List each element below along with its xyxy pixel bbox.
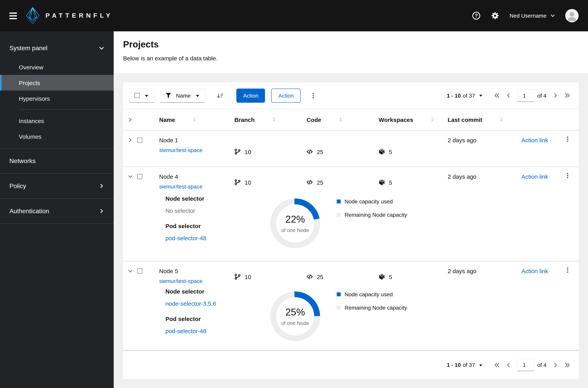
- current-page-input[interactable]: [517, 89, 534, 102]
- table-header-row: Name Branch Code Workspaces Last commit: [123, 109, 579, 130]
- angle-double-right-icon: [564, 93, 570, 98]
- column-header-name[interactable]: Name: [153, 116, 228, 123]
- sidebar-item-instances[interactable]: Instances: [0, 113, 114, 128]
- node-selector-link[interactable]: node-selector-3.5.6: [165, 300, 216, 307]
- sidebar-item-volumes[interactable]: Volumes: [0, 128, 114, 144]
- last-page-button[interactable]: [562, 360, 572, 370]
- previous-page-button[interactable]: [504, 360, 514, 370]
- column-header-workspaces[interactable]: Workspaces: [372, 116, 441, 123]
- sidebar-item-overview[interactable]: Overview: [0, 59, 114, 75]
- row-kebab-menu[interactable]: [557, 130, 579, 167]
- last-commit: 2 days ago: [441, 261, 515, 286]
- code-icon: [307, 148, 313, 155]
- pod-selector-link[interactable]: pod-selector-48: [165, 328, 206, 334]
- workspaces-count: 5: [389, 148, 392, 155]
- previous-page-button[interactable]: [504, 90, 514, 100]
- filter-icon: [165, 93, 171, 98]
- legend-swatch-used: [337, 292, 341, 296]
- action-link[interactable]: Action link: [521, 137, 548, 144]
- next-page-button[interactable]: [550, 360, 561, 370]
- legend-item-remaining: Remaining Node capacity: [337, 212, 407, 218]
- legend-item-used: Node capacity used: [337, 198, 407, 205]
- action-primary-button[interactable]: Action: [237, 88, 265, 102]
- chevron-down-icon: [128, 174, 133, 179]
- total-pages-label: of 4: [537, 92, 546, 98]
- action-link[interactable]: Action link: [521, 173, 548, 180]
- row-expansion: Node selector node-selector-3.5.6 Pod se…: [123, 286, 579, 350]
- table-toolbar: Name Action Action 1 - 10 of 37: [123, 82, 579, 109]
- toolbar-kebab-menu[interactable]: [309, 88, 318, 102]
- pagination-top: 1 - 10 of 37 of 4: [447, 89, 572, 102]
- avatar[interactable]: [565, 9, 579, 22]
- sidebar-subnav: Overview Projects Hypervisors Instances …: [0, 59, 114, 148]
- row-checkbox[interactable]: [137, 167, 153, 191]
- last-page-button[interactable]: [562, 90, 572, 100]
- node-selector-label: Node selector: [165, 288, 216, 295]
- pagination-range-dropdown[interactable]: 1 - 10 of 37: [447, 92, 483, 98]
- pod-selector-label: Pod selector: [165, 223, 206, 229]
- bulk-select-dropdown[interactable]: [129, 88, 154, 102]
- space-link[interactable]: siemur/test-space: [159, 183, 202, 190]
- space-link[interactable]: siemur/test-space: [159, 278, 202, 284]
- action-secondary-button[interactable]: Action: [271, 88, 301, 102]
- next-page-button[interactable]: [550, 90, 561, 100]
- help-icon[interactable]: ?: [472, 11, 481, 20]
- sidebar-item-policy[interactable]: Policy: [0, 174, 114, 198]
- current-page-input[interactable]: [517, 359, 534, 371]
- cube-icon: [379, 274, 385, 280]
- pagination-range-dropdown[interactable]: 1 - 10 of 37: [447, 362, 483, 368]
- settings-gear-icon[interactable]: [491, 11, 499, 20]
- first-page-button[interactable]: [492, 360, 502, 370]
- sidebar-item-authentication[interactable]: Authentication: [0, 199, 114, 223]
- sort-updown-icon: [271, 117, 277, 122]
- row-kebab-menu[interactable]: [557, 261, 579, 286]
- filter-dropdown[interactable]: Name: [160, 88, 205, 102]
- space-link[interactable]: siemur/test-space: [159, 147, 202, 153]
- user-menu[interactable]: Ned Username: [510, 13, 555, 19]
- pod-selector-link[interactable]: pod-selector-48: [165, 235, 206, 242]
- angle-left-icon: [506, 362, 512, 368]
- chevron-right-icon: [99, 183, 104, 189]
- row-checkbox[interactable]: [137, 130, 153, 167]
- sidebar-item-projects[interactable]: Projects: [0, 75, 114, 91]
- node-name: Node 4: [159, 173, 228, 180]
- row-checkbox[interactable]: [137, 261, 153, 286]
- username: Ned Username: [510, 13, 546, 19]
- code-branch-icon: [234, 179, 241, 185]
- first-page-button[interactable]: [492, 90, 502, 100]
- code-icon: [307, 179, 313, 185]
- sidebar-item-networks[interactable]: Networks: [0, 148, 114, 173]
- bulk-select-checkbox[interactable]: [134, 93, 140, 98]
- cube-icon: [379, 179, 385, 185]
- expand-all-button[interactable]: [123, 117, 137, 122]
- page-section: Name Action Action 1 - 10 of 37: [114, 73, 588, 388]
- kebab-icon: [310, 92, 316, 98]
- expand-row-button[interactable]: [123, 130, 137, 167]
- kebab-icon: [564, 136, 571, 142]
- column-header-branch[interactable]: Branch: [228, 116, 300, 123]
- caret-down-icon: [478, 363, 483, 367]
- column-header-code[interactable]: Code: [300, 116, 372, 123]
- total-pages-label: of 4: [537, 362, 546, 368]
- collapse-row-button[interactable]: [123, 167, 137, 191]
- row-expansion: Node selector No selector Pod selector p…: [123, 191, 579, 261]
- node-capacity-donut-chart: 25% of one Node: [266, 287, 324, 345]
- chevron-right-icon: [128, 117, 133, 122]
- nav-toggle-hamburger-icon[interactable]: [9, 12, 17, 19]
- sidebar-nav: System panel Overview Projects Hyperviso…: [0, 31, 114, 388]
- main-content: Projects Below is an example of a data t…: [114, 31, 588, 388]
- code-branch-icon: [234, 148, 241, 155]
- chevron-right-icon: [99, 209, 104, 214]
- kebab-icon: [564, 267, 571, 273]
- masthead: PATTERNFLY ? Ned Userna: [0, 0, 588, 31]
- sidebar-group-system-panel[interactable]: System panel: [0, 37, 114, 59]
- sort-button[interactable]: [214, 88, 226, 102]
- collapse-row-button[interactable]: [123, 261, 137, 286]
- action-link[interactable]: Action link: [521, 268, 548, 274]
- column-header-last-commit[interactable]: Last commit: [441, 116, 515, 123]
- row-kebab-menu[interactable]: [557, 167, 579, 191]
- sidebar-item-hypervisors[interactable]: Hypervisors: [0, 91, 114, 106]
- chevron-down-icon: [550, 13, 555, 18]
- sort-updown-icon: [192, 117, 197, 122]
- table-row: Node 1siemur/test-space 10 25 5 2 days a…: [123, 130, 579, 167]
